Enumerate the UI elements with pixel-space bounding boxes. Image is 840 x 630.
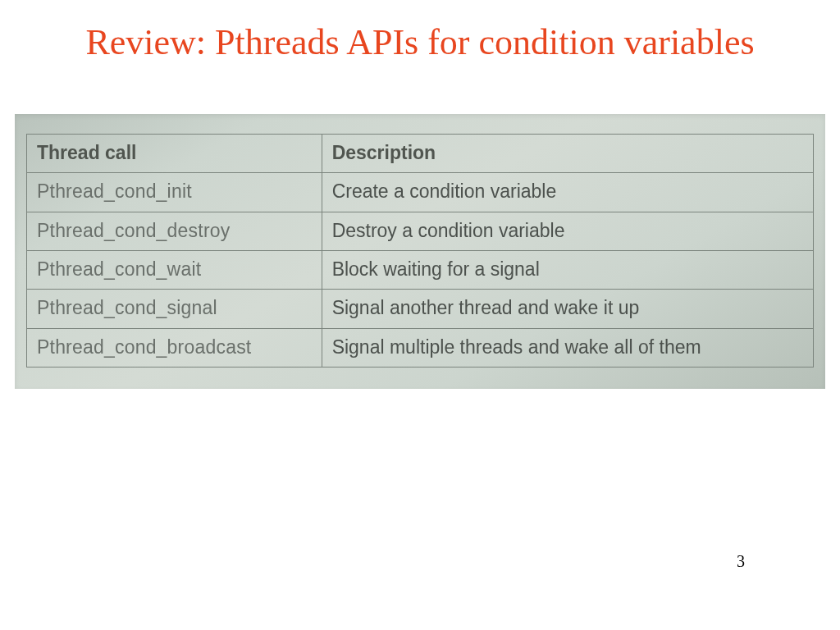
cell-call: Pthread_cond_init <box>27 173 322 212</box>
cell-desc: Block waiting for a signal <box>322 251 813 290</box>
cell-desc: Signal another thread and wake it up <box>322 290 813 328</box>
table-row: Pthread_cond_broadcast Signal multiple t… <box>27 328 814 367</box>
cell-call: Pthread_cond_broadcast <box>27 328 322 367</box>
cell-desc: Signal multiple threads and wake all of … <box>322 328 813 367</box>
table-row: Pthread_cond_destroy Destroy a condition… <box>27 212 814 250</box>
header-thread-call: Thread call <box>27 135 322 173</box>
cell-call: Pthread_cond_wait <box>27 251 322 290</box>
header-description: Description <box>322 135 813 173</box>
cell-desc: Create a condition variable <box>322 173 813 212</box>
page-number: 3 <box>737 552 745 571</box>
cell-desc: Destroy a condition variable <box>322 212 813 250</box>
table-row: Pthread_cond_wait Block waiting for a si… <box>27 251 814 290</box>
cell-call: Pthread_cond_signal <box>27 290 322 328</box>
table-row: Pthread_cond_signal Signal another threa… <box>27 290 814 328</box>
table-row: Pthread_cond_init Create a condition var… <box>27 173 814 212</box>
table-header-row: Thread call Description <box>27 135 814 173</box>
api-table-container: Thread call Description Pthread_cond_ini… <box>15 114 825 389</box>
slide-title: Review: Pthreads APIs for condition vari… <box>0 0 840 65</box>
cell-call: Pthread_cond_destroy <box>27 212 322 250</box>
api-table: Thread call Description Pthread_cond_ini… <box>26 134 814 368</box>
